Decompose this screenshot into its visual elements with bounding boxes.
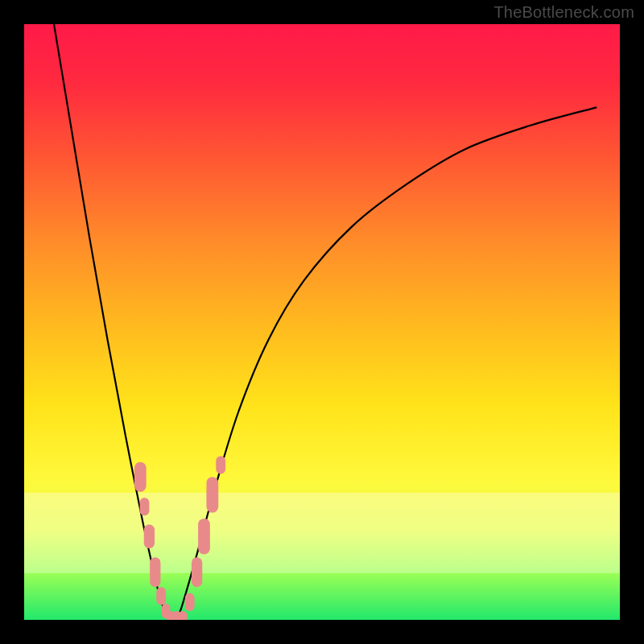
watermark-text: TheBottleneck.com: [493, 3, 634, 22]
plot-area: [24, 24, 620, 620]
chart-frame: TheBottleneck.com: [0, 0, 644, 644]
